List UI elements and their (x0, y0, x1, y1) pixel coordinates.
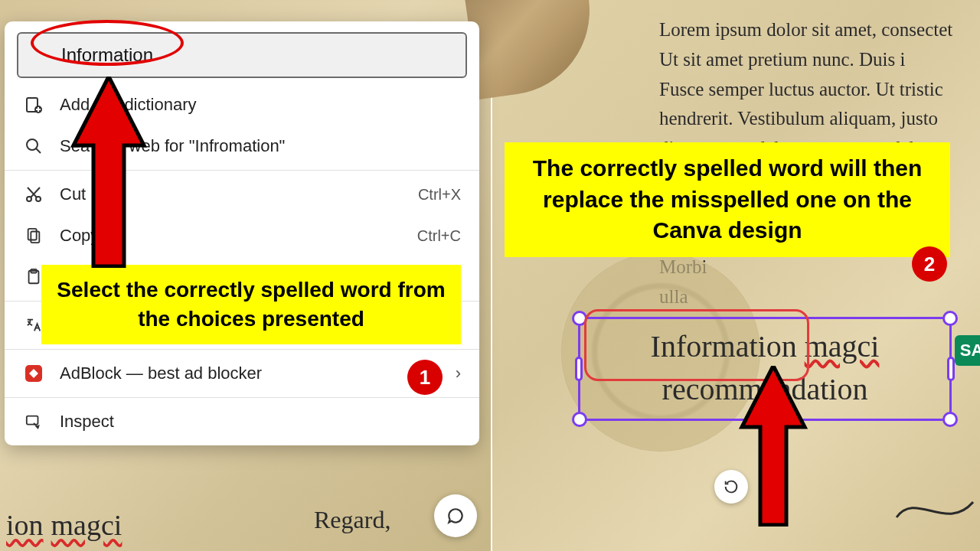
search-icon (23, 136, 44, 156)
misspelled-fragment: ion (6, 509, 44, 541)
misspelled-word: magci (805, 329, 880, 364)
badge-number: 2 (924, 253, 935, 276)
canvas-misspelled-text[interactable]: ionmagci (6, 508, 122, 542)
callout-left: Select the correctly spelled word from t… (41, 265, 461, 344)
misspelled-fragment: magci (51, 509, 122, 541)
svg-point-2 (27, 139, 38, 150)
corrected-word: Information (651, 329, 797, 364)
copy-icon (23, 226, 44, 246)
collaborator-badge[interactable]: SA (955, 335, 980, 366)
menu-separator (5, 397, 479, 398)
help-button[interactable] (434, 494, 477, 537)
menu-separator (5, 349, 479, 350)
callout-text: The correctly spelled word will then rep… (533, 155, 922, 243)
svg-rect-6 (31, 232, 39, 243)
menu-label: Inspect (60, 412, 461, 432)
callout-right: The correctly spelled word will then rep… (505, 142, 950, 257)
svg-rect-9 (27, 416, 38, 425)
cut-icon (23, 184, 44, 204)
pointer-arrow-up (70, 77, 147, 268)
callout-text: Select the correctly spelled word from t… (57, 278, 445, 331)
right-panel: Lorem ipsum dolor sit amet, consectet Ut… (492, 0, 980, 551)
flourish-decoration (893, 487, 977, 540)
shortcut: Ctrl+X (418, 186, 461, 204)
spell-suggestion[interactable]: Information (17, 32, 467, 78)
step-badge-1: 1 (407, 360, 443, 395)
chevron-right-icon: › (456, 364, 461, 383)
menu-label: AdBlock — best ad blocker (60, 364, 456, 383)
pointer-arrow-up (739, 366, 808, 527)
shortcut: Ctrl+C (417, 227, 461, 245)
left-panel: Information Add xxx dictionary Seaxxxe w… (0, 0, 491, 551)
badge-initials: SA (960, 341, 980, 360)
regard-text: Regard, (314, 506, 390, 534)
adblock-icon (23, 364, 44, 383)
step-badge-2: 2 (912, 246, 947, 282)
spell-suggestion-label: Information (61, 44, 153, 66)
badge-number: 1 (420, 366, 430, 390)
inspect-item[interactable]: Inspect (5, 401, 479, 442)
dictionary-add-icon (23, 95, 44, 115)
svg-rect-5 (28, 229, 37, 240)
inspect-icon (23, 412, 44, 432)
